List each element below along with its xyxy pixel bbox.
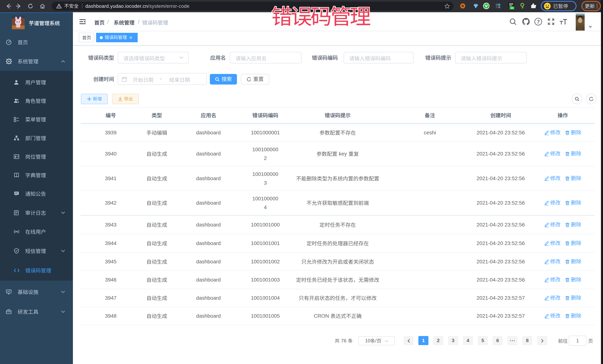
svg-text:on: on — [510, 7, 513, 9]
